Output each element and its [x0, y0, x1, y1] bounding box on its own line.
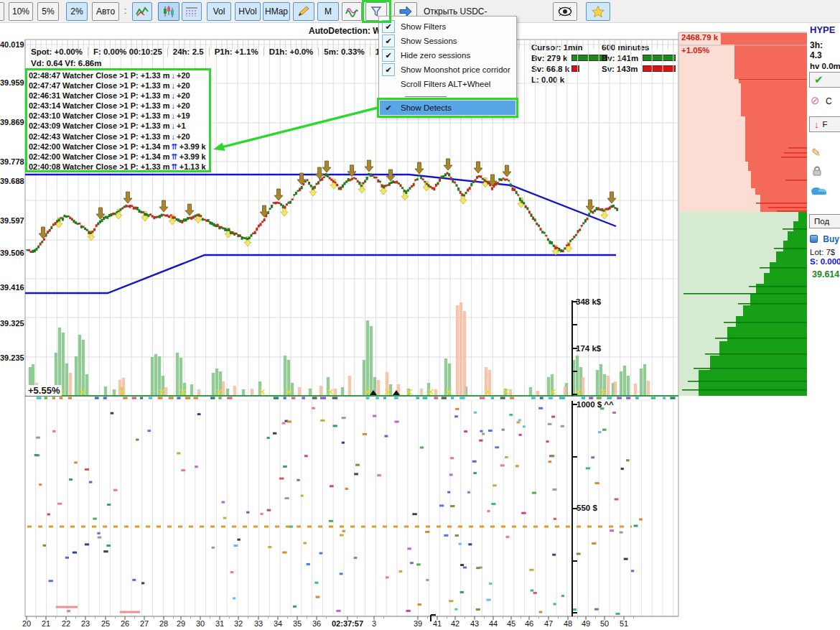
time-axis-label: 28: [159, 619, 168, 628]
red-down-arrow-icon: ↓: [814, 119, 819, 130]
menu-item-show-sessions[interactable]: ✔Show Sessions: [380, 34, 515, 48]
filter-dropdown-menu: ✔Show Filters✔Show Sessions✔Hide zero se…: [378, 16, 517, 117]
price-axis-label: 39.688: [0, 177, 23, 185]
time-axis-label: 20: [22, 619, 31, 628]
signals-icon[interactable]: [342, 2, 362, 21]
cancel-row[interactable]: ⊘ C: [811, 94, 832, 107]
menu-item-scroll-filters-alt-wheel[interactable]: Scroll Filters ALT+Wheel: [380, 77, 515, 91]
time-axis-label: 33: [254, 619, 263, 628]
menu-item-label: Hide zero sessions: [401, 51, 470, 60]
status-segment: 24h: 2.5: [167, 47, 209, 56]
status-segment: Spot: +0.00%: [31, 47, 88, 56]
star-icon[interactable]: [586, 2, 610, 21]
open-usdc-label: Открыть USDC-: [424, 6, 487, 17]
time-axis-label: 35: [293, 619, 302, 628]
time-axis-label: 49: [582, 619, 590, 628]
toolbar-button-zoom-10[interactable]: 10%: [9, 2, 33, 21]
menu-item-label: Scroll Filters ALT+Wheel: [401, 80, 490, 88]
menu-item-show-filters[interactable]: ✔Show Filters: [380, 19, 515, 34]
session-change-badge: +5.55%: [26, 385, 62, 396]
menu-item-show-detects[interactable]: ✔Show Detects: [380, 101, 515, 115]
time-axis-label: 30: [196, 619, 205, 628]
toolbar-button-partial-left[interactable]: [0, 2, 4, 21]
menu-item-show-moonshot-price-corridor[interactable]: ✔Show Moonshot price corridor: [380, 62, 515, 77]
price-axis-label: 39.959: [0, 78, 23, 87]
watcher-log-entry: 02:43:09 Watcher Close >1 P: +1.33 m↓+1: [29, 121, 210, 131]
dotted-lines-icon[interactable]: [182, 2, 202, 21]
toolbar-button-zoom-5[interactable]: 5%: [37, 2, 59, 21]
double-up-arrow-icon: ⇈: [169, 142, 179, 151]
time-axis-label: 44: [489, 619, 498, 628]
time-axis-label: 36: [312, 619, 321, 628]
cloud-icon[interactable]: [810, 183, 829, 199]
watcher-log-entry: 02:42:00 Watcher Close >1 P: +1.34 m⇈+3.…: [29, 142, 210, 152]
time-axis-label: 22: [62, 619, 70, 628]
timeframe-value: 4.3: [810, 50, 822, 60]
watcher-log-entry: 02:46:31 Watcher Close >1 P: +1.33 m↓+20: [29, 91, 210, 101]
double-up-arrow-icon: ⇈: [169, 152, 179, 161]
toolbar-button-vol[interactable]: Vol: [207, 2, 231, 21]
toolbar-button-hmap[interactable]: HMap: [263, 2, 290, 21]
status-line-2: Vd: 0.64 Vf: 6.86m: [31, 59, 101, 68]
menu-item-label: Show Detects: [401, 103, 452, 112]
lot-label: Lot: 7$: [810, 248, 835, 256]
toolbar-button-zoom-2[interactable]: 2%: [66, 2, 88, 21]
volume-axis-label-mid: 174 k$: [576, 344, 601, 353]
scatter-axis-label-mid: 550 $: [577, 504, 597, 512]
sell-fast-label: F: [823, 120, 828, 129]
time-axis-label: 3: [372, 619, 376, 628]
checkmark-icon: ✔: [382, 103, 395, 113]
candles-icon[interactable]: [158, 2, 179, 21]
scatter-axis-label-top: 1000 $ ^^: [577, 400, 614, 409]
toolbar-button-auto[interactable]: Авто: [92, 2, 119, 21]
watcher-log-entry: 02:42:00 Watcher Close >1 P: +1.34 m⇈+3.…: [29, 152, 210, 162]
time-axis-label: 23: [81, 619, 90, 628]
time-axis-label: 51: [620, 619, 628, 628]
time-axis-label: 32: [234, 619, 243, 628]
time-axis-label: 47: [544, 619, 553, 628]
price-axis-label: 39.597: [0, 216, 23, 225]
double-up-arrow-icon: ⇈: [169, 162, 179, 171]
timeframe-label: 3h:: [810, 40, 823, 50]
menu-item-label: Show Sessions: [401, 37, 457, 45]
time-axis-label: 42: [451, 619, 459, 628]
lock-icon[interactable]: [811, 165, 823, 180]
watcher-log-entry: 02:43:14 Watcher Close >1 P: +1.33 m↓+20: [29, 101, 210, 111]
price-axis-label: 39.235: [0, 353, 23, 362]
watcher-log-entry: 02:43:10 Watcher Close >1 P: +1.33 m↓+19: [29, 111, 210, 121]
volume-axis-label-top: 348 k$: [576, 297, 601, 306]
time-axis-label: 39: [414, 619, 422, 628]
symbol-title: HYPE: [810, 24, 835, 35]
time-axis-label: 26: [121, 619, 129, 628]
down-arrow-icon: ↓: [169, 71, 177, 80]
pod-button[interactable]: Под: [809, 214, 840, 228]
watcher-log-entry: 02:48:47 Watcher Close >1 P: +1.33 m↓+20: [29, 70, 210, 80]
down-arrow-icon: ↓: [169, 91, 177, 100]
cube-icon: [810, 235, 818, 243]
price-axis-label: 39.778: [0, 157, 23, 166]
price-axis-label: 39.325: [0, 319, 23, 328]
down-arrow-icon: ↓: [169, 81, 177, 90]
time-axis-label: 34: [274, 619, 282, 628]
time-axis-label: 25: [101, 619, 110, 628]
buy-row[interactable]: Buy: [810, 234, 839, 244]
eye-icon[interactable]: [553, 2, 577, 21]
pencil-icon[interactable]: ✎: [811, 146, 821, 159]
status-segment: 5m: 0.33%: [318, 47, 369, 56]
zigzag-icon[interactable]: [132, 2, 152, 21]
time-axis-label: 45: [507, 619, 515, 628]
checkmark-icon: ✔: [382, 34, 395, 47]
menu-item-label: Show Moonshot price corridor: [401, 65, 510, 74]
menu-item-hide-zero-sessions[interactable]: ✔Hide zero sessions: [380, 48, 515, 62]
checkmark-icon: ✔: [382, 20, 395, 33]
confirm-button[interactable]: ✔: [809, 72, 840, 88]
autodetection-label: AutoDetection: Wat: [309, 26, 378, 36]
sell-fast-button[interactable]: ↓ F: [809, 116, 840, 132]
time-axis-label: 48: [564, 619, 572, 628]
time-axis-label: 29: [177, 619, 185, 628]
pencil-icon[interactable]: [293, 2, 314, 21]
toolbar-separator: :: [124, 6, 126, 16]
price-axis-label: 39.869: [0, 118, 23, 126]
toolbar-button-m-mode[interactable]: M: [317, 2, 339, 21]
toolbar-button-hvol[interactable]: HVol: [235, 2, 261, 21]
